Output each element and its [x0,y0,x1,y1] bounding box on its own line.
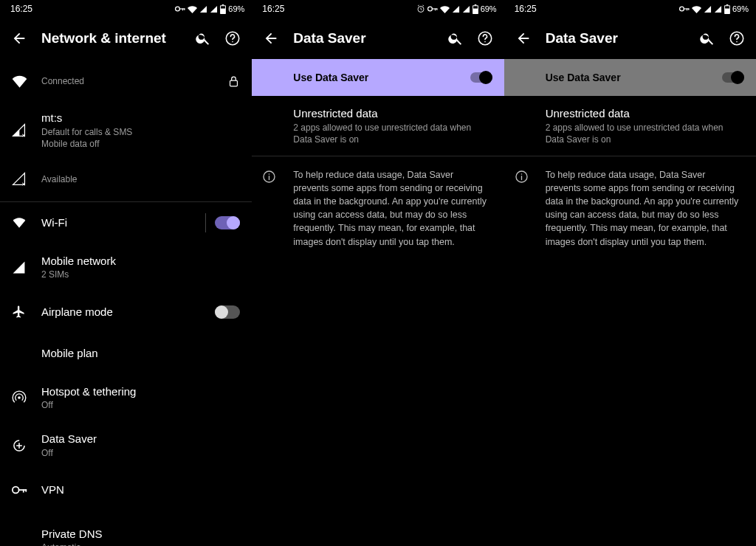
battery-icon [472,4,478,14]
svg-rect-3 [185,8,185,10]
vpn-key-icon [12,485,27,494]
use-data-saver-toggle-row[interactable]: Use Data Saver [504,59,756,96]
signal-icon-1 [199,5,207,13]
private-dns-sub: Automatic [41,542,240,546]
info-icon [262,170,276,184]
data-saver-label: Data Saver [41,432,240,446]
alarm-icon [416,4,425,13]
screen-data-saver-active: 16:25 69% Data Saver Use Data Saver Unre… [252,0,504,546]
sim-subtext: Default for calls & SMS Mobile data off [41,126,240,150]
hotspot-label: Hotspot & tethering [41,384,240,399]
signal-icon-1 [704,5,712,13]
signal-icon-2 [462,5,470,13]
signal-empty-icon: ✕ [12,172,26,186]
search-icon [195,30,211,46]
svg-rect-9 [230,80,238,86]
row-sim-mts[interactable]: ✕ mt:s Default for calls & SMS Mobile da… [0,100,252,160]
wifi-icon [440,4,450,14]
signal-icon-2 [714,5,722,13]
svg-point-19 [427,7,432,11]
back-arrow-icon [263,30,279,46]
help-button[interactable] [470,24,500,53]
row-unrestricted-data[interactable]: Unrestricted data 2 apps allowed to use … [504,96,756,156]
help-button[interactable] [722,24,752,53]
svg-point-0 [176,7,180,11]
help-icon [729,30,745,46]
row-mobile-network[interactable]: Mobile network 2 SIMs [0,243,252,291]
vpn-key-icon [679,5,690,13]
info-text: To help reduce data usage, Data Saver pr… [293,168,492,249]
help-icon [224,30,241,46]
status-battery-pct: 69% [228,4,244,13]
search-button[interactable] [188,24,218,53]
vertical-separator [205,213,206,232]
svg-point-14 [13,487,19,494]
row-private-dns[interactable]: Private DNS Automatic [0,511,252,546]
vpn-key-icon [427,5,438,13]
back-arrow-icon [515,30,532,46]
unrestricted-label: Unrestricted data [293,106,492,121]
signal-partial-icon: ✕ [12,123,26,137]
status-time: 16:25 [262,4,284,14]
wifi-label: Wi-Fi [41,215,205,230]
screen-data-saver-inactive: 16:25 69% Data Saver Use Data Saver Unre… [504,0,756,546]
row-wifi[interactable]: Wi-Fi [0,202,252,243]
wifi-icon [12,74,27,89]
status-icons: 69% [416,4,497,14]
row-available[interactable]: ✕ Available [0,160,252,201]
signal-full-icon [12,260,26,274]
battery-icon [724,4,730,14]
row-hotspot[interactable]: Hotspot & tethering Off [0,374,252,422]
airplane-label: Airplane mode [41,305,209,319]
back-button[interactable] [256,24,286,53]
status-bar: 16:25 69% [252,0,504,18]
svg-rect-24 [474,4,476,5]
row-unrestricted-data[interactable]: Unrestricted data 2 apps allowed to use … [252,96,504,156]
wifi-icon [692,4,701,14]
svg-rect-33 [688,8,689,10]
wifi-toggle[interactable] [215,216,240,229]
use-data-saver-switch[interactable] [470,72,492,83]
svg-point-12 [18,396,21,399]
row-wifi-connected[interactable]: Connected [0,59,252,100]
use-data-saver-switch[interactable] [722,72,744,83]
svg-rect-16 [23,489,24,492]
unrestricted-sub: 2 apps allowed to use unrestricted data … [293,122,492,145]
svg-point-38 [736,41,738,43]
row-airplane-mode[interactable]: Airplane mode [0,291,252,333]
status-bar: 16:25 69% [504,0,756,18]
status-battery-pct: 69% [481,4,497,13]
row-mobile-plan[interactable]: Mobile plan [0,333,252,374]
vpn-label: VPN [41,483,240,497]
unrestricted-label: Unrestricted data [546,106,744,121]
toolbar: Data Saver [252,18,504,59]
svg-rect-25 [473,6,478,8]
status-icons: 69% [175,4,244,14]
screen-network-internet: 16:25 69% Network & internet Connected [0,0,252,546]
svg-rect-17 [25,489,27,492]
data-saver-icon [12,438,27,453]
search-button[interactable] [441,24,470,53]
svg-point-27 [484,41,486,43]
svg-text:✕: ✕ [21,182,26,186]
info-row: To help reduce data usage, Data Saver pr… [504,156,756,260]
toolbar: Network & internet [0,18,252,59]
svg-rect-6 [221,6,225,8]
back-button[interactable] [4,24,34,53]
use-data-saver-toggle-row[interactable]: Use Data Saver [252,59,504,96]
hotspot-sub: Off [41,399,240,411]
search-button[interactable] [693,24,722,53]
battery-icon [220,4,226,14]
lock-icon [227,75,240,88]
airplane-icon [12,305,26,319]
help-icon [477,30,493,46]
airplane-toggle[interactable] [215,305,240,319]
back-button[interactable] [509,24,538,53]
row-data-saver[interactable]: Data Saver Off [0,421,252,469]
mobile-network-label: Mobile network [41,254,240,269]
svg-point-29 [269,173,270,175]
back-arrow-icon [11,30,27,46]
help-button[interactable] [218,24,247,53]
row-vpn[interactable]: VPN [0,469,252,511]
toolbar: Data Saver [504,18,756,59]
